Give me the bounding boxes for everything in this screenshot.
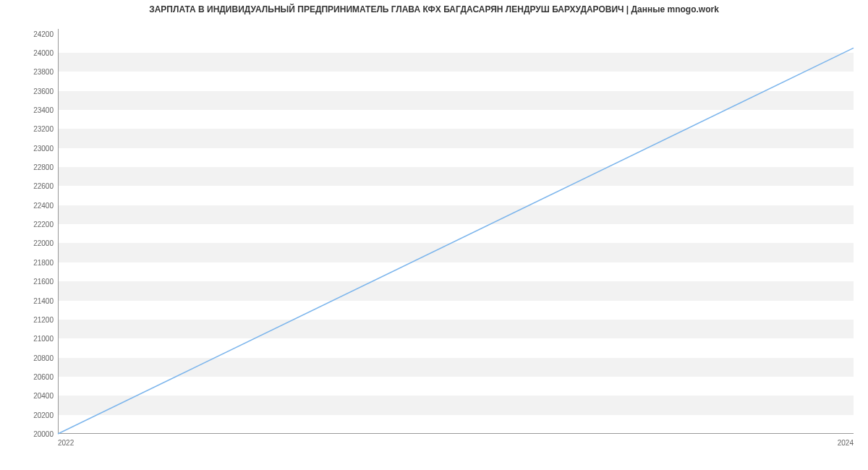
series-line [58, 48, 854, 434]
y-tick-label: 21200 [19, 315, 54, 323]
y-tick-label: 20600 [19, 372, 54, 380]
y-tick-label: 20200 [19, 411, 54, 419]
x-tick-label: 2022 [58, 439, 74, 447]
chart-svg [58, 29, 854, 434]
plot-area: 2000020200204002060020800210002120021400… [58, 29, 854, 434]
chart-title: ЗАРПЛАТА В ИНДИВИДУАЛЬНЫЙ ПРЕДПРИНИМАТЕЛ… [0, 4, 868, 14]
y-tick-label: 22600 [19, 182, 54, 190]
y-tick-label: 23000 [19, 144, 54, 152]
y-tick-label: 23800 [19, 68, 54, 76]
y-tick-label: 22800 [19, 163, 54, 171]
y-tick-label: 22000 [19, 239, 54, 247]
y-tick-label: 23200 [19, 125, 54, 133]
y-tick-label: 21000 [19, 335, 54, 343]
y-tick-label: 23400 [19, 106, 54, 114]
y-tick-label: 20400 [19, 392, 54, 400]
y-tick-label: 24200 [19, 30, 54, 38]
x-tick-label: 2024 [838, 439, 854, 447]
y-tick-label: 21600 [19, 278, 54, 286]
y-tick-label: 24000 [19, 48, 54, 56]
chart-container: ЗАРПЛАТА В ИНДИВИДУАЛЬНЫЙ ПРЕДПРИНИМАТЕЛ… [0, 0, 868, 470]
y-tick-label: 22400 [19, 201, 54, 209]
y-tick-label: 20000 [19, 430, 54, 438]
y-tick-label: 23600 [19, 87, 54, 95]
y-tick-label: 22200 [19, 221, 54, 228]
y-tick-label: 21400 [19, 296, 54, 304]
y-tick-label: 21800 [19, 258, 54, 266]
y-tick-label: 20800 [19, 354, 54, 362]
